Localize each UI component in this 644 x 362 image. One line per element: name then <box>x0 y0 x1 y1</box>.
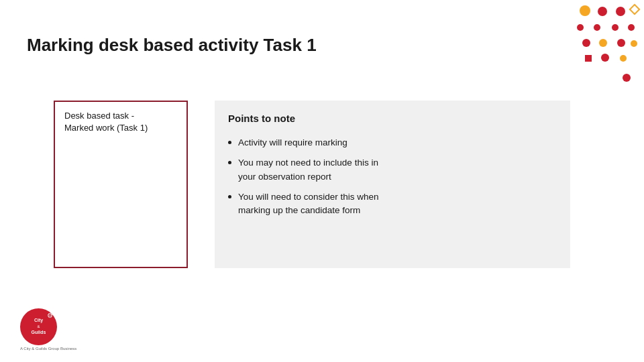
right-box-heading: Points to note <box>228 113 557 124</box>
bullet-dot-2 <box>228 161 231 164</box>
city-guilds-logo: City & Guilds ⚙ <box>20 308 57 345</box>
right-info-box: Points to note Activity will require mar… <box>215 101 570 268</box>
bullet-text-1: Activity will require marking <box>238 136 347 149</box>
svg-text:Guilds: Guilds <box>32 330 46 335</box>
svg-text:⚙: ⚙ <box>47 312 53 319</box>
bullet-text-3: You will need to consider this whenmarki… <box>238 190 379 218</box>
svg-text:&: & <box>37 324 40 328</box>
bullet-item-1: Activity will require marking <box>228 136 557 149</box>
bullet-text-2: You may not need to include this inyour … <box>238 156 378 184</box>
bullet-dot-1 <box>228 141 231 144</box>
logo-area: City & Guilds ⚙ A City & Guilds Group Bu… <box>20 308 80 349</box>
logo-caption: A City & Guilds Group Business <box>20 347 80 351</box>
page-title: Marking desk based activity Task 1 <box>27 35 317 56</box>
bullet-item-2: You may not need to include this inyour … <box>228 156 557 184</box>
left-card: Desk based task -Marked work (Task 1) <box>54 101 188 268</box>
svg-text:City: City <box>34 318 43 323</box>
bullet-dot-3 <box>228 195 231 198</box>
left-card-title: Desk based task -Marked work (Task 1) <box>64 110 177 134</box>
bullet-item-3: You will need to consider this whenmarki… <box>228 190 557 218</box>
